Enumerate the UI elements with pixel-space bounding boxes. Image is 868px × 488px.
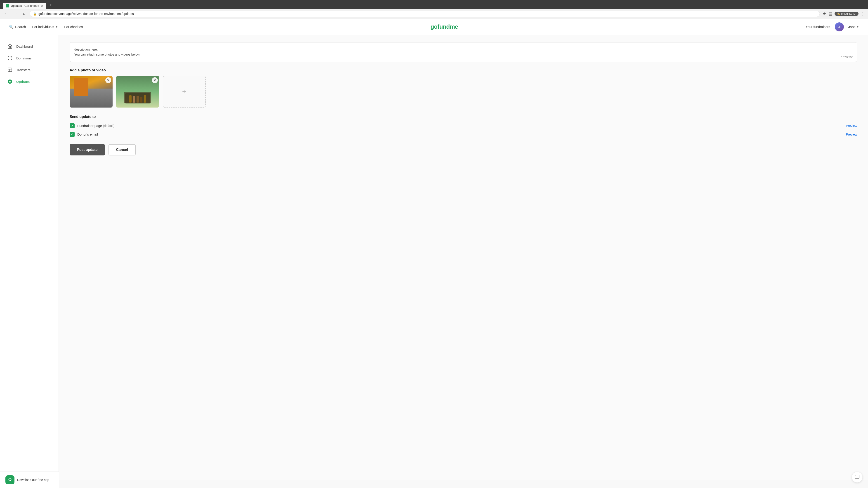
photo-slot-1: ✕ — [70, 76, 113, 107]
top-nav: 🔍 Search For individuals ▼ For charities… — [0, 19, 868, 35]
updates-icon — [7, 79, 13, 84]
nav-for-individuals[interactable]: For individuals ▼ — [32, 25, 58, 29]
user-avatar[interactable]: J — [835, 22, 844, 31]
nav-search[interactable]: 🔍 Search — [9, 25, 26, 29]
refresh-button[interactable]: ↻ — [21, 11, 27, 17]
remove-photo-1-button[interactable]: ✕ — [105, 77, 111, 83]
donations-label: Donations — [16, 56, 32, 60]
forward-button[interactable]: → — [12, 11, 19, 17]
browser-tab[interactable]: Updates - GoFundMe ✕ — [3, 3, 46, 9]
action-buttons: Post update Cancel — [70, 144, 857, 156]
send-update-section: Send update to Fundraiser page (default)… — [70, 115, 857, 137]
download-icon — [5, 475, 14, 480]
home-icon — [7, 43, 13, 49]
fundraiser-page-checkbox[interactable] — [70, 123, 74, 128]
sidebar-item-dashboard[interactable]: Dashboard — [0, 40, 59, 52]
add-photo-label: Add a photo or video — [70, 68, 857, 72]
tab-title: Updates - GoFundMe — [11, 4, 39, 7]
photo-slot-2: ✕ — [116, 76, 159, 107]
transfers-icon — [7, 67, 13, 72]
description-text: description here. You can attach some ph… — [74, 47, 852, 57]
download-label: Download our free app — [17, 478, 49, 480]
browser-tab-bar: Updates - GoFundMe ✕ + — [0, 0, 868, 9]
sidebar-item-donations[interactable]: Donations — [0, 52, 59, 64]
photo-grid: ✕ ✕ — [70, 76, 857, 107]
cancel-button[interactable]: Cancel — [108, 144, 135, 156]
bookmark-icon[interactable]: ★ — [823, 11, 826, 16]
user-name[interactable]: Jane ▼ — [848, 25, 859, 29]
sidebar: Dashboard Donations Tran — [0, 35, 59, 480]
lock-icon: 🔒 — [33, 12, 37, 15]
nav-for-charities-label: For charities — [64, 25, 83, 29]
remove-photo-2-button[interactable]: ✕ — [152, 77, 158, 83]
download-app-banner[interactable]: Download our free app — [0, 471, 59, 480]
char-count: 157/7500 — [841, 56, 853, 59]
transfers-label: Transfers — [16, 68, 31, 72]
menu-icon[interactable]: ⋮ — [861, 11, 865, 16]
updates-label: Updates — [16, 80, 30, 84]
user-chevron-icon: ▼ — [857, 26, 859, 28]
incognito-icon: 🕵 — [837, 12, 840, 15]
nav-search-label: Search — [15, 25, 26, 29]
close-tab-icon[interactable]: ✕ — [41, 4, 43, 7]
add-photo-icon: + — [182, 88, 186, 96]
fundraiser-page-label: Fundraiser page (default) — [77, 124, 843, 128]
default-tag: (default) — [103, 124, 114, 128]
donors-email-row: Donor's email Preview — [70, 132, 857, 137]
main-content: description here. You can attach some ph… — [59, 35, 868, 480]
description-box[interactable]: description here. You can attach some ph… — [70, 42, 857, 62]
your-fundraisers-link[interactable]: Your fundraisers — [806, 25, 830, 29]
back-button[interactable]: ← — [3, 11, 9, 17]
url-text: gofundme.com/manage/wdywu-donate-for-the… — [38, 12, 134, 15]
nav-for-charities[interactable]: For charities — [64, 25, 83, 29]
nav-for-individuals-label: For individuals — [32, 25, 54, 29]
incognito-badge: 🕵 Incognito (2) — [835, 12, 859, 16]
donors-email-checkbox[interactable] — [70, 132, 74, 137]
add-photo-slot[interactable]: + — [163, 76, 206, 107]
post-update-button[interactable]: Post update — [70, 144, 105, 156]
sidebar-item-transfers[interactable]: Transfers — [0, 64, 59, 76]
dashboard-label: Dashboard — [16, 44, 33, 48]
donor-preview-link[interactable]: Preview — [846, 133, 857, 136]
chevron-down-icon: ▼ — [55, 26, 58, 28]
send-update-title: Send update to — [70, 115, 857, 119]
fundraiser-preview-link[interactable]: Preview — [846, 124, 857, 128]
add-photo-section: Add a photo or video ✕ — [70, 68, 857, 107]
fundraiser-page-row: Fundraiser page (default) Preview — [70, 123, 857, 128]
new-tab-button[interactable]: + — [47, 1, 54, 9]
incognito-count: Incognito (2) — [841, 12, 856, 15]
donations-icon — [7, 55, 13, 61]
tab-favicon — [6, 4, 9, 7]
logo[interactable]: gofundme — [430, 23, 458, 30]
browser-controls: ← → ↻ 🔒 gofundme.com/manage/wdywu-donate… — [0, 9, 868, 19]
sidebar-item-updates[interactable]: Updates — [0, 76, 59, 88]
svg-rect-1 — [8, 68, 12, 72]
extensions-icon[interactable]: ▤ — [829, 11, 832, 16]
search-icon: 🔍 — [9, 25, 13, 29]
donors-email-label: Donor's email — [77, 132, 843, 136]
address-bar[interactable]: 🔒 gofundme.com/manage/wdywu-donate-for-t… — [30, 11, 820, 17]
